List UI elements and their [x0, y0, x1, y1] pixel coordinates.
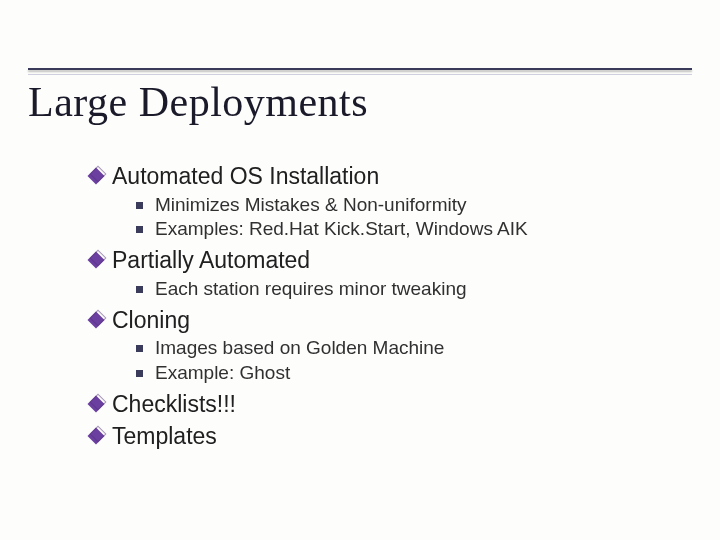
- diamond-bullet-icon: [90, 170, 102, 182]
- bullet-l1-label: Automated OS Installation: [112, 162, 379, 191]
- square-bullet-icon: [136, 286, 143, 293]
- square-bullet-icon: [136, 345, 143, 352]
- bullet-l2: Minimizes Mistakes & Non-uniformity: [136, 193, 680, 218]
- diamond-bullet-icon: [90, 398, 102, 410]
- diamond-bullet-icon: [90, 314, 102, 326]
- bullet-l1-label: Checklists!!!: [112, 390, 236, 419]
- slide: Large Deployments Automated OS Installat…: [0, 0, 720, 540]
- diamond-bullet-icon: [90, 254, 102, 266]
- slide-body: Automated OS Installation Minimizes Mist…: [90, 158, 680, 451]
- bullet-l2: Images based on Golden Machine: [136, 336, 680, 361]
- bullet-l1-label: Templates: [112, 422, 217, 451]
- slide-title: Large Deployments: [28, 78, 368, 126]
- bullet-l2-label: Example: Ghost: [155, 361, 290, 386]
- bullet-l1: Checklists!!!: [90, 390, 680, 419]
- square-bullet-icon: [136, 226, 143, 233]
- sublist: Each station requires minor tweaking: [136, 277, 680, 302]
- bullet-l2: Example: Ghost: [136, 361, 680, 386]
- sublist: Images based on Golden Machine Example: …: [136, 336, 680, 385]
- bullet-l2: Examples: Red.Hat Kick.Start, Windows AI…: [136, 217, 680, 242]
- bullet-l2-label: Minimizes Mistakes & Non-uniformity: [155, 193, 466, 218]
- bullet-l2-label: Examples: Red.Hat Kick.Start, Windows AI…: [155, 217, 528, 242]
- bullet-l1-label: Cloning: [112, 306, 190, 335]
- bullet-l1: Partially Automated: [90, 246, 680, 275]
- bullet-l2-label: Each station requires minor tweaking: [155, 277, 467, 302]
- title-rule: [28, 68, 692, 70]
- bullet-l2-label: Images based on Golden Machine: [155, 336, 444, 361]
- bullet-l2: Each station requires minor tweaking: [136, 277, 680, 302]
- sublist: Minimizes Mistakes & Non-uniformity Exam…: [136, 193, 680, 242]
- bullet-l1: Automated OS Installation: [90, 162, 680, 191]
- square-bullet-icon: [136, 370, 143, 377]
- diamond-bullet-icon: [90, 430, 102, 442]
- square-bullet-icon: [136, 202, 143, 209]
- bullet-l1: Cloning: [90, 306, 680, 335]
- bullet-l1-label: Partially Automated: [112, 246, 310, 275]
- bullet-l1: Templates: [90, 422, 680, 451]
